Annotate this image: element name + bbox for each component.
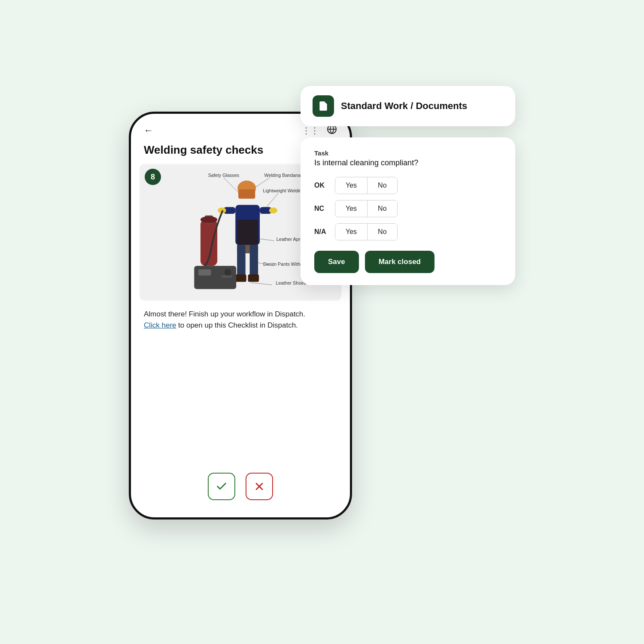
nc-yes-no-group: Yes No [335,200,398,217]
ok-label: OK [314,182,330,189]
nc-no-button[interactable]: No [368,200,397,217]
task-label: Task [314,149,501,157]
na-no-button[interactable]: No [368,224,397,240]
body-text-1: Almost there! Finish up your workflow in… [144,310,305,318]
ok-yes-button[interactable]: Yes [335,177,368,194]
svg-rect-24 [250,245,258,276]
svg-text:Welding Bandana: Welding Bandana [264,173,301,178]
click-here-link[interactable]: Click here [144,321,176,329]
body-text-2: to open up this Checklist in Dispatch. [178,321,298,329]
task-actions: Save Mark closed [314,251,501,273]
svg-point-29 [200,216,217,223]
back-button[interactable]: ← [144,125,153,136]
nc-row: NC Yes No [314,200,501,217]
task-card: Task Is internal cleaning compliant? OK … [301,137,515,285]
svg-rect-26 [248,274,259,282]
phone-bottom-actions [131,464,350,517]
mark-closed-button[interactable]: Mark closed [365,251,434,273]
na-yes-button[interactable]: Yes [335,224,368,240]
document-icon [313,95,334,117]
scene: ← ⋮⋮ Welding safety checks 8 [129,86,515,558]
task-question: Is internal cleaning compliant? [314,158,501,167]
std-work-title: Standard Work / Documents [341,100,467,112]
save-button[interactable]: Save [314,251,359,273]
svg-rect-33 [222,276,232,278]
na-label: N/A [314,228,330,236]
svg-point-21 [269,207,278,213]
check-button[interactable] [208,473,235,500]
svg-point-32 [225,269,231,276]
step-badge: 8 [145,169,161,185]
svg-text:Leather Shoes: Leather Shoes [276,280,306,286]
svg-rect-23 [237,245,246,276]
nc-label: NC [314,205,330,213]
svg-rect-31 [198,269,211,276]
nc-yes-button[interactable]: Yes [335,200,368,217]
standard-work-card: Standard Work / Documents [301,86,515,126]
svg-rect-25 [235,274,246,282]
ok-yes-no-group: Yes No [335,177,398,194]
ok-row: OK Yes No [314,177,501,194]
svg-rect-16 [238,189,255,199]
grid-icon[interactable]: ⋮⋮ [302,125,319,136]
x-button[interactable] [246,473,273,500]
na-row: N/A Yes No [314,223,501,240]
na-yes-no-group: Yes No [335,223,398,240]
phone-body: Almost there! Finish up your workflow in… [131,301,350,335]
ok-no-button[interactable]: No [368,177,397,194]
svg-text:Safety Glasses: Safety Glasses [208,173,239,178]
